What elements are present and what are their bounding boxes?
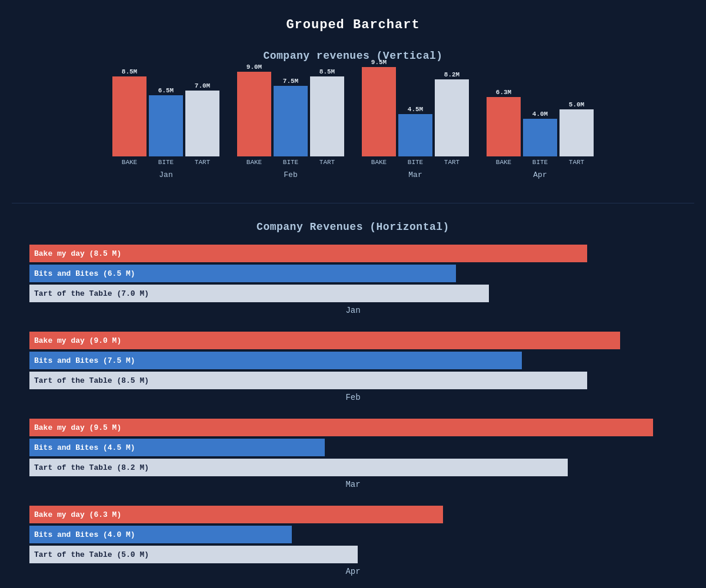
- bar-value-label: 5.0M: [569, 101, 584, 108]
- h-bar-bake: Bake my day (6.3 M): [29, 506, 443, 523]
- bar-column: 5.0MTART: [560, 101, 594, 166]
- bar-company-label: BAKE: [247, 159, 262, 166]
- group-month-label: Mar: [408, 171, 422, 179]
- h-bar-bake: Bake my day (9.5 M): [29, 419, 653, 436]
- bar-value-label: 8.5M: [122, 68, 137, 75]
- horizontal-chart: Bake my day (8.5 M)Bits and Bites (6.5 M…: [29, 245, 677, 576]
- bar-company-label: TART: [444, 159, 459, 166]
- bar-bake: [237, 72, 271, 156]
- bar-bite: [398, 114, 432, 156]
- bar-bake: [112, 76, 146, 156]
- h-bar-row: Bake my day (6.3 M): [29, 506, 677, 523]
- bar-value-label: 7.0M: [195, 82, 210, 89]
- group-month-label: Jan: [159, 171, 172, 179]
- bar-column: 8.5MTART: [310, 68, 344, 166]
- h-bar-tart: Tart of the Table (7.0 M): [29, 285, 489, 302]
- vertical-section-title: Company revenues (Vertical): [29, 50, 677, 62]
- bar-bake: [362, 67, 396, 156]
- h-group-month-label: Feb: [29, 393, 677, 402]
- bar-group: 6.3MBAKE4.0MBITE5.0MTARTApr: [487, 89, 594, 179]
- bar-company-label: BAKE: [496, 159, 511, 166]
- horizontal-chart-container: Company Revenues (Horizontal) Bake my da…: [29, 221, 677, 576]
- h-bar-tart: Tart of the Table (5.0 M): [29, 546, 358, 563]
- h-bar-row: Tart of the Table (5.0 M): [29, 546, 677, 563]
- h-bar-row: Bits and Bites (4.5 M): [29, 439, 677, 456]
- bar-tart: [310, 76, 344, 156]
- h-bar-bite: Bits and Bites (4.5 M): [29, 439, 325, 456]
- h-bar-bite: Bits and Bites (7.5 M): [29, 352, 522, 369]
- horizontal-section-title: Company Revenues (Horizontal): [29, 221, 677, 233]
- bar-company-label: BITE: [158, 159, 174, 166]
- bar-value-label: 7.5M: [283, 78, 298, 85]
- bar-tart: [185, 91, 219, 156]
- h-bar-bake: Bake my day (8.5 M): [29, 245, 587, 262]
- bar-company-label: BITE: [532, 159, 548, 166]
- group-month-label: Feb: [284, 171, 297, 179]
- vertical-chart: 8.5MBAKE6.5MBITE7.0MTARTJan9.0MBAKE7.5MB…: [29, 74, 677, 179]
- bar-column: 7.5MBITE: [274, 78, 308, 166]
- section-divider: [12, 203, 694, 203]
- bar-value-label: 4.0M: [532, 111, 548, 118]
- bar-group: 9.0MBAKE7.5MBITE8.5MTARTFeb: [237, 64, 344, 179]
- h-bar-tart: Tart of the Table (8.2 M): [29, 459, 568, 476]
- h-bar-group: Bake my day (8.5 M)Bits and Bites (6.5 M…: [29, 245, 677, 315]
- bar-column: 9.0MBAKE: [237, 64, 271, 166]
- bar-group: 8.5MBAKE6.5MBITE7.0MTARTJan: [112, 68, 219, 179]
- bar-value-label: 8.2M: [444, 71, 459, 78]
- bar-value-label: 4.5M: [408, 106, 423, 113]
- h-bar-bite: Bits and Bites (6.5 M): [29, 265, 456, 282]
- bar-column: 9.5MBAKE: [362, 59, 396, 166]
- bar-group: 9.5MBAKE4.5MBITE8.2MTARTMar: [362, 59, 469, 179]
- h-bar-tart: Tart of the Table (8.5 M): [29, 372, 587, 389]
- bar-bake: [487, 97, 521, 156]
- bar-company-label: BITE: [408, 159, 423, 166]
- bar-company-label: TART: [195, 159, 210, 166]
- h-bar-row: Tart of the Table (8.2 M): [29, 459, 677, 476]
- bar-bite: [523, 119, 557, 156]
- bar-company-label: BAKE: [122, 159, 137, 166]
- bar-value-label: 9.0M: [247, 64, 262, 71]
- bar-tart: [560, 109, 594, 156]
- h-bar-group: Bake my day (6.3 M)Bits and Bites (4.0 M…: [29, 506, 677, 576]
- bar-company-label: BITE: [283, 159, 298, 166]
- bar-column: 6.3MBAKE: [487, 89, 521, 166]
- bar-company-label: TART: [319, 159, 335, 166]
- bar-column: 4.0MBITE: [523, 111, 557, 166]
- page-title: Grouped Barchart: [12, 18, 694, 32]
- bar-column: 6.5MBITE: [149, 87, 183, 166]
- bar-column: 7.0MTART: [185, 82, 219, 166]
- h-bar-row: Bake my day (9.0 M): [29, 332, 677, 349]
- bar-value-label: 6.3M: [496, 89, 511, 96]
- bar-tart: [435, 79, 469, 156]
- h-bar-row: Bake my day (8.5 M): [29, 245, 677, 262]
- h-bar-row: Bits and Bites (6.5 M): [29, 265, 677, 282]
- h-group-month-label: Apr: [29, 567, 677, 576]
- h-bar-row: Tart of the Table (8.5 M): [29, 372, 677, 389]
- h-bar-row: Bake my day (9.5 M): [29, 419, 677, 436]
- h-bar-bite: Bits and Bites (4.0 M): [29, 526, 292, 543]
- bar-value-label: 8.5M: [319, 68, 335, 75]
- h-group-month-label: Jan: [29, 306, 677, 315]
- h-group-month-label: Mar: [29, 480, 677, 489]
- bar-value-label: 6.5M: [158, 87, 174, 94]
- h-bar-row: Tart of the Table (7.0 M): [29, 285, 677, 302]
- bar-column: 4.5MBITE: [398, 106, 432, 166]
- h-bar-group: Bake my day (9.0 M)Bits and Bites (7.5 M…: [29, 332, 677, 402]
- bar-company-label: TART: [569, 159, 584, 166]
- bar-column: 8.5MBAKE: [112, 68, 146, 166]
- h-bar-row: Bits and Bites (4.0 M): [29, 526, 677, 543]
- h-bar-bake: Bake my day (9.0 M): [29, 332, 620, 349]
- vertical-chart-container: Company revenues (Vertical) 8.5MBAKE6.5M…: [29, 50, 677, 179]
- bar-column: 8.2MTART: [435, 71, 469, 166]
- bar-bite: [274, 86, 308, 156]
- h-bar-row: Bits and Bites (7.5 M): [29, 352, 677, 369]
- bar-value-label: 9.5M: [371, 59, 387, 66]
- h-bar-group: Bake my day (9.5 M)Bits and Bites (4.5 M…: [29, 419, 677, 489]
- bar-bite: [149, 95, 183, 156]
- group-month-label: Apr: [533, 171, 547, 179]
- bar-company-label: BAKE: [371, 159, 387, 166]
